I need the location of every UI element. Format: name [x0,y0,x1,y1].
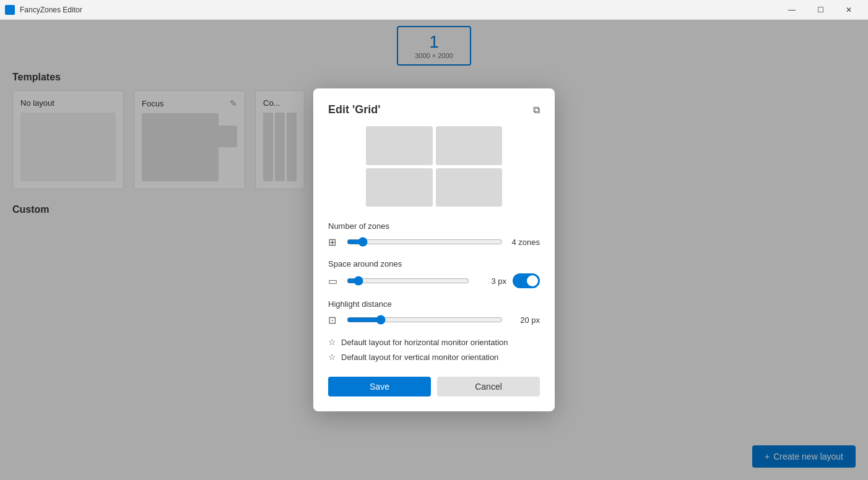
star-icon-horizontal: ☆ [328,337,336,347]
space-label: Space around zones [328,259,540,268]
zones-label: Number of zones [328,221,540,231]
cancel-button[interactable]: Cancel [437,377,540,396]
save-button[interactable]: Save [328,377,431,396]
titlebar: FancyZones Editor — ☐ ✕ [0,0,868,20]
zones-row: ⊞ 4 zones [328,236,540,248]
highlight-row: ⊡ 20 px [328,314,540,326]
dialog-footer: Save Cancel [328,377,540,396]
space-row: ▭ 3 px [328,273,540,288]
dialog-title: Edit 'Grid' [328,103,381,116]
highlight-icon: ⊡ [328,314,341,326]
zones-setting-group: Number of zones ⊞ 4 zones [328,221,540,248]
zones-slider[interactable] [347,237,503,247]
horizontal-label: Default layout for horizontal monitor or… [341,338,508,347]
dialog-header: Edit 'Grid' ⧉ [328,103,540,116]
zones-value: 4 zones [509,238,540,247]
copy-icon[interactable]: ⧉ [533,105,540,116]
horizontal-checkbox-row: ☆ Default layout for horizontal monitor … [328,337,540,347]
app-title: FancyZones Editor [20,6,82,14]
space-slider-container [347,275,469,287]
highlight-setting-group: Highlight distance ⊡ 20 px [328,299,540,326]
minimize-button[interactable]: — [778,0,806,20]
zones-slider-container [347,236,503,248]
edit-grid-dialog: Edit 'Grid' ⧉ Number of zones ⊞ [313,88,555,411]
dp-zone-3 [366,168,433,207]
main-content: 1 3000 × 2000 Templates No layout Focus … [0,20,868,480]
modal-overlay: Edit 'Grid' ⧉ Number of zones ⊞ [0,20,868,480]
toggle-thumb [527,275,538,286]
space-value: 3 px [475,276,506,286]
vertical-label: Default layout for vertical monitor orie… [341,353,498,362]
star-icon-vertical: ☆ [328,352,336,362]
vertical-checkbox-row: ☆ Default layout for vertical monitor or… [328,352,540,362]
dialog-grid-preview [366,126,502,207]
dp-zone-2 [436,126,503,165]
highlight-slider[interactable] [347,315,503,325]
space-slider[interactable] [347,276,469,286]
highlight-slider-container [347,314,503,326]
titlebar-left: FancyZones Editor [5,5,82,15]
app-icon [5,5,15,15]
titlebar-controls: — ☐ ✕ [778,0,863,20]
maximize-button[interactable]: ☐ [806,0,835,20]
space-icon: ▭ [328,275,341,287]
close-button[interactable]: ✕ [835,0,863,20]
zones-icon: ⊞ [328,236,341,248]
space-setting-group: Space around zones ▭ 3 px [328,259,540,288]
dp-zone-4 [436,168,503,207]
highlight-value: 20 px [509,315,540,325]
dp-zone-1 [366,126,433,165]
highlight-label: Highlight distance [328,299,540,309]
space-toggle[interactable] [513,273,540,288]
